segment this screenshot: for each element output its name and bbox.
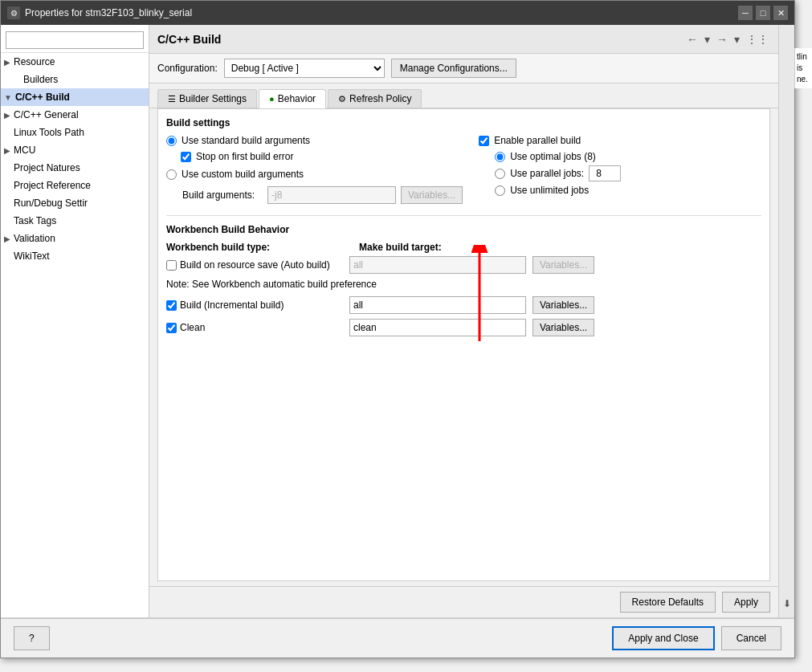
tab-behavior-label: Behavior bbox=[278, 93, 316, 104]
clean-checkbox[interactable] bbox=[166, 323, 177, 333]
sidebar-label-project-natures: Project Natures bbox=[14, 162, 80, 173]
workbench-note: Note: See Workbench automatic build pref… bbox=[166, 279, 761, 290]
use-optimal-label: Use optimal jobs (8) bbox=[510, 151, 596, 162]
forward-icon[interactable]: → bbox=[715, 31, 729, 47]
main-content: C/C++ Build ← ▾ → ▾ ⋮⋮ Configuration: De… bbox=[149, 25, 778, 617]
use-parallel-radio[interactable] bbox=[495, 169, 505, 179]
sidebar-item-mcu[interactable]: ▶ MCU bbox=[1, 141, 149, 159]
use-unlimited-radio[interactable] bbox=[495, 185, 505, 196]
auto-build-checkbox[interactable] bbox=[166, 260, 177, 271]
forward-arrow-icon[interactable]: ▾ bbox=[732, 31, 741, 47]
panel-buttons: Restore Defaults Apply bbox=[149, 586, 778, 617]
optimal-jobs-row: Use optimal jobs (8) bbox=[495, 151, 761, 162]
maximize-button[interactable]: □ bbox=[756, 6, 770, 20]
sidebar-item-resource[interactable]: ▶ Resource bbox=[1, 53, 149, 71]
clean-row: Clean Variables... bbox=[166, 319, 761, 336]
sidebar-label-builders: Builders bbox=[23, 74, 58, 85]
sidebar-label-validation: Validation bbox=[14, 233, 55, 244]
arrow-icon-val: ▶ bbox=[4, 234, 10, 243]
clean-label: Clean bbox=[180, 322, 205, 333]
build-args-row: Build arguments: Variables... bbox=[182, 186, 463, 204]
tab-builder-settings[interactable]: ☰ Builder Settings bbox=[157, 89, 257, 108]
sidebar-label-cpp-build: C/C++ Build bbox=[15, 92, 70, 103]
workbench-section: Workbench Build Behavior Workbench build… bbox=[166, 215, 761, 336]
use-custom-radio[interactable] bbox=[166, 169, 177, 180]
minimize-button[interactable]: ─ bbox=[738, 6, 753, 20]
clean-variables-button[interactable]: Variables... bbox=[532, 319, 594, 336]
stop-on-error-checkbox[interactable] bbox=[181, 152, 191, 162]
tab-behavior[interactable]: ● Behavior bbox=[259, 89, 326, 108]
sidebar-search-container bbox=[1, 28, 149, 53]
sidebar-item-validation[interactable]: ▶ Validation bbox=[1, 230, 149, 247]
sidebar-item-cpp-general[interactable]: ▶ C/C++ General bbox=[1, 106, 149, 124]
incremental-build-checkbox[interactable] bbox=[166, 300, 177, 311]
content-header: C/C++ Build ← ▾ → ▾ ⋮⋮ bbox=[149, 25, 778, 54]
incremental-label-container: Build (Incremental build) bbox=[166, 299, 343, 311]
build-args-label: Build arguments: bbox=[182, 189, 263, 201]
workbench-types-header: Workbench build type: Make build target: bbox=[166, 242, 761, 253]
use-standard-row: Use standard build arguments bbox=[166, 135, 463, 146]
sidebar-item-builders[interactable]: Builders bbox=[1, 71, 149, 88]
cancel-button[interactable]: Cancel bbox=[721, 626, 781, 650]
parallel-jobs-row: Use parallel jobs: bbox=[495, 165, 761, 181]
incremental-build-label: Build (Incremental build) bbox=[180, 299, 284, 311]
use-standard-label: Use standard build arguments bbox=[182, 135, 310, 146]
title-bar-left: ⚙ Properties for stm32F103_blinky_serial bbox=[7, 6, 192, 19]
enable-parallel-checkbox[interactable] bbox=[479, 136, 489, 146]
auto-build-variables-button: Variables... bbox=[532, 256, 594, 274]
use-unlimited-label: Use unlimited jobs bbox=[510, 185, 589, 196]
help-button[interactable]: ? bbox=[14, 626, 50, 650]
title-bar: ⚙ Properties for stm32F103_blinky_serial… bbox=[1, 1, 794, 25]
sidebar-item-wikitext[interactable]: WikiText bbox=[1, 247, 149, 265]
auto-build-label: Build on resource save (Auto build) bbox=[180, 259, 330, 271]
sidebar-item-cpp-build[interactable]: ▼ C/C++ Build bbox=[1, 88, 149, 106]
sidebar-item-task-tags[interactable]: Task Tags bbox=[1, 212, 149, 230]
sidebar-search-input[interactable] bbox=[6, 31, 144, 49]
parallel-jobs-spinner[interactable] bbox=[589, 165, 621, 181]
scroll-down-icon[interactable]: ⬇ bbox=[783, 598, 791, 609]
menu-icon[interactable]: ⋮⋮ bbox=[745, 31, 770, 47]
close-button[interactable]: ✕ bbox=[773, 6, 788, 20]
builder-settings-icon: ☰ bbox=[168, 94, 176, 104]
incremental-build-row: Build (Incremental build) Variables... bbox=[166, 296, 761, 314]
right-panel: ⬇ bbox=[778, 25, 794, 617]
build-args-input[interactable] bbox=[267, 186, 396, 204]
unlimited-jobs-row: Use unlimited jobs bbox=[495, 185, 761, 196]
col-left: Use standard build arguments Stop on fir… bbox=[166, 135, 463, 204]
auto-build-label-container: Build on resource save (Auto build) bbox=[166, 259, 343, 271]
sidebar-item-project-reference[interactable]: Project Reference bbox=[1, 177, 149, 194]
clean-label-container: Clean bbox=[166, 322, 343, 333]
restore-defaults-button[interactable]: Restore Defaults bbox=[620, 592, 716, 613]
dialog-footer: ? Apply and Close Cancel bbox=[1, 617, 794, 658]
tab-builder-settings-label: Builder Settings bbox=[179, 93, 247, 104]
sidebar-item-linux-tools[interactable]: Linux Tools Path bbox=[1, 124, 149, 141]
auto-build-target-input[interactable] bbox=[349, 256, 526, 274]
use-custom-row: Use custom build arguments bbox=[166, 169, 463, 180]
clean-target-input[interactable] bbox=[349, 319, 526, 336]
use-standard-radio[interactable] bbox=[166, 136, 177, 146]
wb-type-col-header: Workbench build type: bbox=[166, 242, 343, 253]
tab-refresh-policy[interactable]: ⚙ Refresh Policy bbox=[328, 89, 422, 108]
wb-target-col-header: Make build target: bbox=[359, 242, 442, 253]
dialog-body: ▶ Resource Builders ▼ C/C++ Build ▶ C/C+… bbox=[1, 25, 794, 617]
back-icon[interactable]: ← bbox=[685, 31, 700, 47]
sidebar-item-project-natures[interactable]: Project Natures bbox=[1, 159, 149, 177]
tab-refresh-policy-label: Refresh Policy bbox=[349, 93, 411, 104]
stop-on-error-label: Stop on first build error bbox=[196, 151, 293, 162]
manage-configurations-button[interactable]: Manage Configurations... bbox=[391, 59, 516, 78]
arrow-icon-mcu: ▶ bbox=[4, 146, 10, 155]
sidebar-label-task-tags: Task Tags bbox=[14, 215, 56, 226]
config-select[interactable]: Debug [ Active ] bbox=[224, 59, 385, 78]
sidebar-item-run-debug[interactable]: Run/Debug Settir bbox=[1, 194, 149, 212]
back-arrow-icon[interactable]: ▾ bbox=[703, 31, 712, 47]
use-optimal-radio[interactable] bbox=[495, 152, 505, 162]
incremental-target-input[interactable] bbox=[349, 296, 526, 314]
build-settings-heading: Build settings bbox=[166, 117, 761, 128]
apply-button[interactable]: Apply bbox=[722, 592, 770, 613]
config-row: Configuration: Debug [ Active ] Manage C… bbox=[149, 54, 778, 83]
apply-and-close-button[interactable]: Apply and Close bbox=[612, 626, 714, 650]
behavior-icon: ● bbox=[269, 94, 275, 104]
incremental-variables-button[interactable]: Variables... bbox=[532, 296, 594, 314]
enable-parallel-label: Enable parallel build bbox=[494, 135, 581, 146]
build-settings-inner: Use standard build arguments Stop on fir… bbox=[166, 135, 761, 204]
